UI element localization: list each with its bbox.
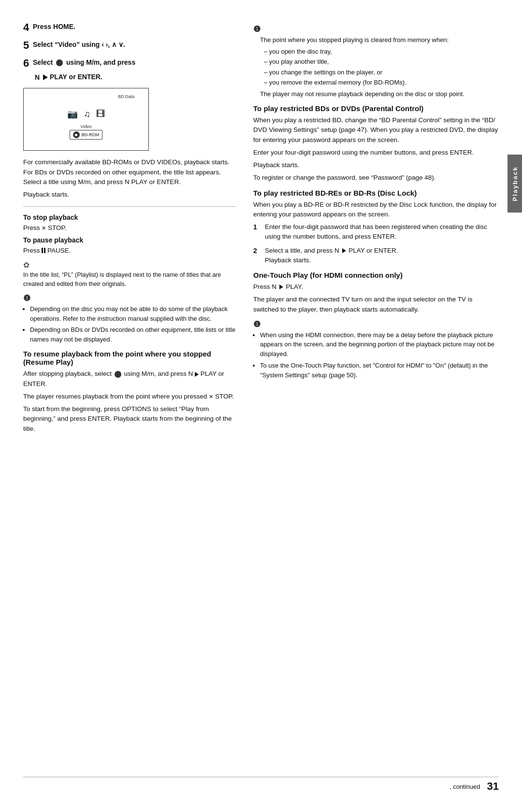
step5-text: Select “Video” using ‹ ›, ∧ ∨. bbox=[33, 41, 125, 48]
step6-play: N PLAY or ENTER. bbox=[23, 73, 236, 81]
pause-body: Press PAUSE. bbox=[23, 246, 236, 256]
circle-selected-icon bbox=[73, 131, 80, 138]
resume-title: To resume playback from the point where … bbox=[23, 350, 236, 366]
selected-video-box: BD-ROM bbox=[70, 130, 103, 140]
page-container: Playback 4 Press HOME. 5 Select “Video” … bbox=[0, 0, 522, 812]
note2-bullet2: – you open the disc tray, bbox=[260, 47, 499, 57]
bdre-steps: 1 Enter the four-digit password that has… bbox=[253, 222, 499, 265]
tip-icon: ✿ bbox=[23, 260, 236, 270]
parental-body3: Playback starts. bbox=[253, 160, 499, 170]
stop-title: To stop playback bbox=[23, 214, 236, 221]
resume-body1: After stopping playback, select using M/… bbox=[23, 369, 236, 389]
play-icon-resume bbox=[195, 372, 199, 377]
note1-icon: ❶ bbox=[23, 293, 236, 303]
bd-rom-label: BD-ROM bbox=[82, 132, 100, 137]
note2-bullet4: – you change the settings on the player,… bbox=[260, 68, 499, 77]
bdre-body1: When you play a BD-RE or BD-R restricted… bbox=[253, 200, 499, 220]
step6-text: Select using M/m, and press bbox=[33, 58, 135, 66]
play-icon-step6 bbox=[43, 74, 48, 80]
note2-block: ❶ The point where you stopped playing is… bbox=[253, 24, 499, 99]
page-number: 31 bbox=[487, 780, 499, 793]
hdmi-note-block: ❶ When using the HDMI connection, there … bbox=[253, 319, 499, 380]
sidebar-label: Playback bbox=[511, 166, 519, 201]
tip-note: In the title list, “PL” (Playlist) is di… bbox=[23, 271, 236, 289]
tip-block: ✿ In the title list, “PL” (Playlist) is … bbox=[23, 260, 236, 289]
bdre-title: To play restricted BD-REs or BD-Rs (Disc… bbox=[253, 189, 499, 197]
divider1 bbox=[23, 206, 236, 207]
resume-body2: The player resumes playback from the poi… bbox=[23, 392, 236, 401]
note1-bullet1: Depending on the disc you may not be abl… bbox=[30, 304, 236, 323]
body-para1: For commercially available BD-ROMs or DV… bbox=[23, 157, 236, 187]
step6-num: 6 bbox=[23, 57, 29, 69]
step-5: 5 Select “Video” using ‹ ›, ∧ ∨. bbox=[23, 37, 236, 53]
bdre-step2-text: Select a title, and press N PLAY or ENTE… bbox=[265, 246, 398, 266]
right-column: ❶ The point where you stopped playing is… bbox=[253, 19, 499, 768]
step-6: 6 Select using M/m, and press bbox=[23, 55, 236, 71]
parental-title: To play restricted BDs or DVDs (Parental… bbox=[253, 104, 499, 113]
sidebar-tab: Playback bbox=[508, 155, 522, 213]
bdre-step2: 2 Select a title, and press N PLAY or EN… bbox=[253, 246, 499, 266]
note2-bullet6: The player may not resume playback depen… bbox=[260, 89, 499, 99]
note1-block: ❶ Depending on the disc you may not be a… bbox=[23, 293, 236, 344]
bdre-step1: 1 Enter the four-digit password that has… bbox=[253, 222, 499, 242]
step-4: 4 Press HOME. bbox=[23, 19, 236, 35]
hdmi-title: One-Touch Play (for HDMI connection only… bbox=[253, 271, 499, 279]
circle-filled-icon2 bbox=[115, 371, 121, 378]
music-icon: ♫ bbox=[84, 109, 90, 119]
play-icon-step2 bbox=[342, 248, 346, 253]
footer-continued: , continued bbox=[450, 783, 480, 790]
note2-bullet5: – you remove the external memory (for BD… bbox=[260, 78, 499, 87]
resume-body3: To start from the beginning, press OPTIO… bbox=[23, 404, 236, 434]
note2-icon: ❶ bbox=[253, 24, 499, 34]
x-stop-icon: ✕ bbox=[42, 225, 46, 231]
parental-body2: Enter your four-digit password using the… bbox=[253, 148, 499, 157]
bd-data-label: BD Data bbox=[118, 94, 134, 99]
hdmi-body1: Press N PLAY. bbox=[253, 282, 499, 292]
pause-title: To pause playback bbox=[23, 236, 236, 244]
body-para2: Playback starts. bbox=[23, 190, 236, 199]
note2-bullet3: – you play another title, bbox=[260, 57, 499, 67]
x-icon-resume: ✕ bbox=[209, 394, 213, 399]
pause-icon bbox=[42, 248, 45, 253]
note2-bullet1: The point where you stopped playing is c… bbox=[260, 35, 499, 45]
stop-body: Press ✕ STOP. bbox=[23, 223, 236, 233]
note1-bullet2: Depending on BDs or DVDs recorded on oth… bbox=[30, 325, 236, 344]
circle-filled-icon bbox=[56, 59, 63, 66]
hdmi-note-icon: ❶ bbox=[253, 319, 499, 329]
video-label: Video bbox=[81, 124, 92, 129]
hdmi-body2: The player and the connected TV turn on … bbox=[253, 295, 499, 314]
step4-num: 4 bbox=[23, 21, 29, 33]
step5-num: 5 bbox=[23, 39, 29, 51]
parental-body1: When you play a restricted BD, change th… bbox=[253, 115, 499, 145]
camera-icon: 📷 bbox=[67, 109, 78, 119]
hdmi-note-bullet2: To use the One-Touch Play function, set … bbox=[260, 361, 499, 380]
parental-body4: To register or change the password, see … bbox=[253, 173, 499, 183]
page-footer: , continued 31 bbox=[23, 777, 499, 793]
film-icon: 🎞 bbox=[96, 109, 105, 119]
hdmi-note-bullet1: When using the HDMI connection, there ma… bbox=[260, 330, 499, 359]
bdre-step1-text: Enter the four-digit password that has b… bbox=[265, 222, 499, 242]
step4-text: Press HOME. bbox=[33, 23, 75, 30]
left-column: 4 Press HOME. 5 Select “Video” using ‹ ›… bbox=[23, 19, 236, 768]
play-icon-hdmi bbox=[279, 285, 283, 289]
ui-diagram-box: BD Data 📷 ♫ 🎞 Video bbox=[23, 88, 149, 151]
